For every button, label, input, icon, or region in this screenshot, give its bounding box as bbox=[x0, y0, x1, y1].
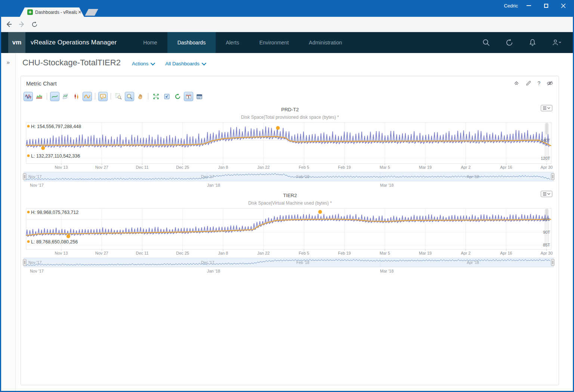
metric-series-line bbox=[26, 127, 549, 148]
chevron-down-icon bbox=[151, 61, 155, 66]
new-tab-button[interactable] bbox=[85, 9, 98, 16]
x-axis-label: Feb 19 bbox=[338, 165, 351, 169]
x-axis-label: Dec 25 bbox=[176, 251, 189, 255]
navigator-inner-label: Feb '18 bbox=[296, 260, 309, 265]
x-axis-label: Nov 27 bbox=[95, 251, 108, 255]
chart-title: PRD-T2 bbox=[22, 104, 558, 112]
close-button[interactable] bbox=[555, 0, 572, 11]
x-axis-label: Feb 5 bbox=[299, 165, 309, 169]
navigator-handle[interactable] bbox=[23, 259, 26, 266]
high-point-marker bbox=[318, 210, 322, 214]
reload-icon bbox=[31, 21, 38, 28]
minimize-button[interactable] bbox=[520, 0, 537, 11]
restore-chart-icon[interactable] bbox=[162, 92, 172, 101]
metric-chart-widget: Metric Chart ? 1 PRD-T2 Disk Space|Total… bbox=[21, 76, 559, 385]
date-control-icon[interactable]: 1 bbox=[184, 92, 193, 101]
y-axis-label: 95T bbox=[543, 217, 550, 222]
collapse-widget-icon[interactable] bbox=[513, 80, 519, 86]
expand-sidebar-icon[interactable]: » bbox=[1, 59, 15, 65]
refresh-icon[interactable] bbox=[505, 38, 513, 47]
chart-options-button[interactable] bbox=[541, 191, 552, 197]
navigator-inner-label: Dec '17 bbox=[201, 174, 214, 179]
chart-title: TIER2 bbox=[22, 190, 558, 198]
sparkline-view-icon[interactable] bbox=[61, 92, 70, 101]
pan-mode-icon[interactable] bbox=[136, 92, 145, 101]
navigator-inner-label: Nov '17 bbox=[28, 260, 41, 265]
hide-widget-icon[interactable] bbox=[546, 80, 553, 86]
nav-item-dashboards[interactable]: Dashboards bbox=[167, 32, 216, 53]
chart-subtitle: Disk Space|Virtual Machine used (bytes) … bbox=[22, 198, 558, 206]
high-value-label: H: 154,556,797,288,448 bbox=[31, 124, 81, 129]
smooth-line-icon[interactable] bbox=[83, 92, 92, 101]
toolbar-separator bbox=[47, 93, 47, 100]
nav-item-home[interactable]: Home bbox=[133, 32, 167, 53]
x-axis-label: Apr 2 bbox=[461, 251, 470, 255]
reload-button[interactable] bbox=[29, 18, 40, 31]
nav-item-administration[interactable]: Administration bbox=[299, 32, 352, 53]
back-button[interactable] bbox=[4, 18, 14, 31]
area-chart-type-icon[interactable] bbox=[34, 92, 44, 101]
show-anomalies-icon[interactable] bbox=[72, 92, 81, 101]
navigator-handle[interactable] bbox=[551, 174, 554, 180]
x-axis-label: Nov 13 bbox=[55, 165, 68, 169]
chart-toolbar: 1 bbox=[21, 90, 559, 102]
vmware-logo: vm bbox=[8, 32, 25, 53]
show-trend-line-icon[interactable] bbox=[50, 92, 59, 101]
search-icon[interactable] bbox=[482, 38, 490, 47]
navigator-axis-label: Mar '18 bbox=[380, 269, 394, 273]
tab-close-icon[interactable]: ✕ bbox=[78, 10, 82, 15]
tab-title: Dashboards - vRealize Op bbox=[35, 10, 77, 15]
zoom-selection-icon[interactable] bbox=[114, 92, 123, 101]
main-content: » CHU-Stockage-TotalTIER2 Actions All Da… bbox=[0, 53, 574, 392]
browser-profile-name[interactable]: Cedric bbox=[504, 3, 518, 9]
high-point-marker bbox=[276, 126, 280, 130]
navigator-axis-label: Jan '18 bbox=[207, 269, 220, 273]
high-value-label: H: 98,968,075,763,712 bbox=[31, 210, 78, 215]
chart-options-button[interactable] bbox=[541, 105, 552, 111]
x-axis-label: Apr 2 bbox=[461, 165, 470, 169]
navigator-axis-label: Nov '17 bbox=[30, 269, 44, 273]
zoom-mode-icon[interactable] bbox=[125, 92, 134, 101]
forward-icon bbox=[18, 21, 25, 28]
y-axis-label: 85T bbox=[543, 243, 550, 247]
chart-svg-1[interactable]: Nov 13Nov 27Dec 11Dec 25Jan 8Jan 22Feb 5… bbox=[22, 206, 558, 276]
collapsed-sidebar: » bbox=[1, 53, 16, 392]
maximize-button[interactable] bbox=[537, 0, 555, 11]
chart-menu-icon bbox=[543, 192, 551, 196]
notifications-bell-icon[interactable] bbox=[528, 38, 537, 47]
show-annotations-icon[interactable] bbox=[98, 92, 108, 101]
x-axis-label: Jan 8 bbox=[218, 251, 228, 255]
low-point-marker bbox=[67, 234, 70, 238]
chart-subtitle: Disk Space|Total provisioned disk space … bbox=[22, 112, 558, 120]
line-chart-type-icon[interactable] bbox=[24, 92, 33, 101]
help-icon[interactable]: ? bbox=[537, 80, 540, 86]
x-axis-label: Apr 16 bbox=[500, 251, 512, 255]
chart-svg-0[interactable]: Nov 13Nov 27Dec 11Dec 25Jan 8Jan 22Feb 5… bbox=[22, 121, 558, 190]
edit-widget-icon[interactable] bbox=[525, 80, 531, 86]
navigator-inner-label: Apr '18 bbox=[467, 174, 479, 179]
chart-menu-icon bbox=[543, 106, 551, 110]
browser-tab[interactable]: ✚ Dashboards - vRealize Op ✕ bbox=[20, 7, 84, 17]
chart-block-prd-t2: PRD-T2 Disk Space|Total provisioned disk… bbox=[22, 104, 558, 190]
navigator-handle[interactable] bbox=[551, 259, 554, 266]
nav-item-alerts[interactable]: Alerts bbox=[216, 32, 249, 53]
window-titlebar: ✚ Dashboards - vRealize Op ✕ Cedric bbox=[0, 0, 574, 17]
forward-button[interactable] bbox=[16, 18, 27, 31]
window-border bbox=[0, 17, 1, 392]
actions-dropdown[interactable]: Actions bbox=[132, 61, 154, 66]
x-axis-label: Apr 16 bbox=[500, 165, 512, 169]
all-dashboards-dropdown[interactable]: All Dashboards bbox=[165, 61, 205, 66]
nav-item-environment[interactable]: Environment bbox=[249, 32, 299, 53]
refresh-chart-icon[interactable] bbox=[173, 92, 182, 101]
date-range-icon[interactable] bbox=[195, 92, 204, 101]
navigator-handle[interactable] bbox=[23, 174, 26, 180]
widget-title: Metric Chart bbox=[26, 80, 57, 87]
product-title: vRealize Operations Manager bbox=[31, 39, 117, 46]
toolbar-separator bbox=[111, 93, 111, 100]
maximize-chart-icon[interactable] bbox=[151, 92, 161, 101]
user-menu-icon[interactable] bbox=[552, 38, 561, 47]
y-axis-label: 120T bbox=[541, 156, 550, 161]
back-icon bbox=[5, 21, 13, 28]
x-axis-label: Mar 19 bbox=[419, 251, 432, 255]
navigator-inner-label: Apr '18 bbox=[467, 260, 479, 265]
